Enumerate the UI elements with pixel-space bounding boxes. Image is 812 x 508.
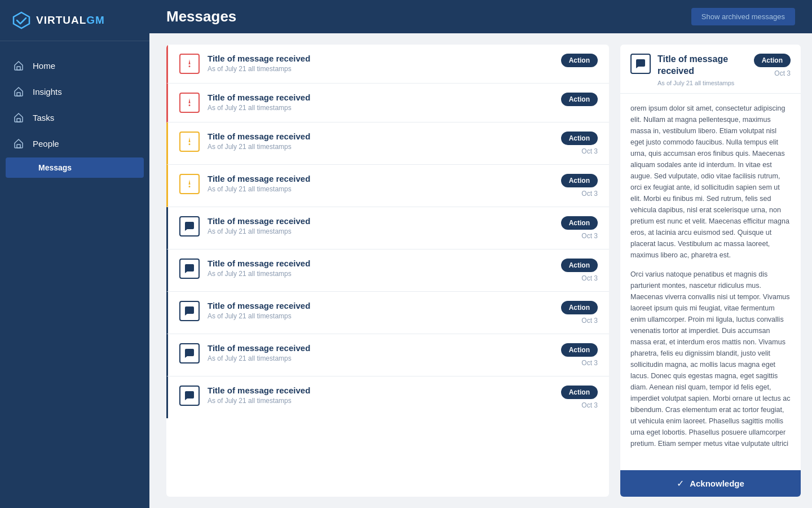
- sidebar-item-home[interactable]: Home: [0, 52, 149, 78]
- detail-body: orem ipsum dolor sit amet, consectetur a…: [620, 94, 801, 470]
- acknowledge-button[interactable]: ✓ Acknowledge: [620, 470, 801, 497]
- message-sub: As of July 21 all timestamps: [208, 270, 553, 278]
- message-item[interactable]: Title of message received As of July 21 …: [166, 249, 609, 292]
- page-title: Messages: [166, 8, 236, 25]
- message-item[interactable]: Title of message received As of July 21 …: [166, 84, 609, 122]
- svg-rect-1: [17, 67, 20, 70]
- detail-action-wrap: Action Oct 3: [754, 54, 791, 77]
- sidebar-nav: Home Insights Tasks: [0, 41, 149, 190]
- message-sub: As of July 21 all timestamps: [208, 104, 553, 112]
- content-area: Title of message received As of July 21 …: [149, 33, 812, 508]
- svg-rect-2: [17, 93, 20, 96]
- svg-marker-0: [14, 12, 29, 28]
- message-icon: [179, 301, 200, 321]
- message-title: Title of message received: [208, 216, 553, 226]
- message-body: Title of message received As of July 21 …: [208, 132, 553, 151]
- message-sub: As of July 21 all timestamps: [208, 65, 553, 73]
- message-actions: Action Oct 3: [561, 132, 598, 155]
- message-action-button[interactable]: Action: [561, 54, 598, 67]
- message-icon: [179, 174, 200, 194]
- message-item[interactable]: Title of message received As of July 21 …: [166, 376, 609, 418]
- message-title: Title of message received: [208, 386, 553, 395]
- message-sub: As of July 21 all timestamps: [208, 397, 553, 405]
- logo-area: VIRTUAL GM: [0, 0, 149, 41]
- message-date: Oct 3: [581, 317, 598, 325]
- message-sub: As of July 21 all timestamps: [208, 312, 553, 320]
- message-actions: Action: [561, 54, 598, 67]
- message-actions: Action Oct 3: [561, 259, 598, 282]
- message-item[interactable]: Title of message received As of July 21 …: [166, 207, 609, 249]
- nav-label-home: Home: [33, 61, 55, 71]
- nav-label-tasks: Tasks: [33, 113, 54, 122]
- detail-message-icon: [630, 54, 651, 74]
- detail-date: Oct 3: [774, 69, 791, 77]
- message-action-button[interactable]: Action: [561, 132, 598, 145]
- message-body: Title of message received As of July 21 …: [208, 93, 553, 112]
- message-body: Title of message received As of July 21 …: [208, 386, 553, 405]
- nav-label-people: People: [33, 139, 59, 148]
- tasks-icon: [12, 111, 25, 124]
- message-icon: [179, 54, 200, 74]
- message-icon: [179, 259, 200, 279]
- message-date: Oct 3: [581, 359, 598, 367]
- detail-subtitle: As of July 21 all timestamps: [657, 80, 747, 86]
- nav-label-insights: Insights: [33, 87, 62, 97]
- message-action-button[interactable]: Action: [561, 216, 598, 230]
- detail-para-1: orem ipsum dolor sit amet, consectetur a…: [630, 103, 791, 261]
- message-icon: [179, 132, 200, 152]
- detail-action-button[interactable]: Action: [754, 54, 791, 67]
- detail-panel: Title of message received As of July 21 …: [620, 45, 801, 497]
- message-actions: Action Oct 3: [561, 386, 598, 409]
- message-date: Oct 3: [581, 190, 598, 198]
- check-icon: ✓: [677, 478, 684, 489]
- page-header: Messages Show archived messages: [149, 0, 812, 33]
- message-sub: As of July 21 all timestamps: [208, 185, 553, 193]
- message-item[interactable]: Title of message received As of July 21 …: [166, 45, 609, 84]
- sidebar-item-people[interactable]: People: [0, 130, 149, 156]
- message-date: Oct 3: [581, 274, 598, 282]
- show-archived-button[interactable]: Show archived messages: [691, 8, 795, 25]
- message-title: Title of message received: [208, 54, 553, 63]
- detail-title: Title of message received: [657, 54, 747, 77]
- message-title: Title of message received: [208, 174, 553, 183]
- message-title: Title of message received: [208, 93, 553, 102]
- message-action-button[interactable]: Action: [561, 301, 598, 314]
- message-action-button[interactable]: Action: [561, 259, 598, 272]
- message-title: Title of message received: [208, 259, 553, 268]
- logo-accent: GM: [86, 14, 105, 27]
- detail-header: Title of message received As of July 21 …: [620, 45, 801, 94]
- detail-para-2: Orci varius natoque penatibus et magnis …: [630, 269, 791, 449]
- message-action-button[interactable]: Action: [561, 343, 598, 357]
- message-icon: [179, 386, 200, 406]
- message-icon: [179, 216, 200, 237]
- home-icon: [12, 59, 25, 72]
- message-title: Title of message received: [208, 343, 553, 353]
- message-action-button[interactable]: Action: [561, 93, 598, 106]
- sidebar-item-insights[interactable]: Insights: [0, 78, 149, 104]
- people-icon: [12, 137, 25, 150]
- sidebar-item-tasks[interactable]: Tasks: [0, 104, 149, 130]
- message-item[interactable]: Title of message received As of July 21 …: [166, 122, 609, 165]
- message-actions: Action Oct 3: [561, 343, 598, 367]
- message-sub: As of July 21 all timestamps: [208, 227, 553, 235]
- message-date: Oct 3: [581, 147, 598, 155]
- sidebar-item-messages[interactable]: Messags: [6, 157, 144, 178]
- message-icon: [179, 343, 200, 364]
- logo-text: VIRTUAL GM: [36, 14, 105, 27]
- message-action-button[interactable]: Action: [561, 386, 598, 399]
- message-date: Oct 3: [581, 401, 598, 409]
- message-icon: [179, 93, 200, 113]
- logo-icon: [11, 10, 32, 30]
- message-body: Title of message received As of July 21 …: [208, 259, 553, 278]
- message-item[interactable]: Title of message received As of July 21 …: [166, 334, 609, 376]
- message-sub: As of July 21 all timestamps: [208, 143, 553, 151]
- messages-list: Title of message received As of July 21 …: [166, 45, 609, 497]
- message-action-button[interactable]: Action: [561, 174, 598, 187]
- nav-label-messages: Messags: [38, 163, 72, 172]
- message-actions: Action Oct 3: [561, 301, 598, 325]
- message-item[interactable]: Title of message received As of July 21 …: [166, 292, 609, 334]
- message-item[interactable]: Title of message received As of July 21 …: [166, 165, 609, 207]
- main-content: Messages Show archived messages Title of…: [149, 0, 812, 508]
- sidebar: VIRTUAL GM Home Insights: [0, 0, 149, 508]
- logo-bold: VIRTUAL: [36, 14, 86, 27]
